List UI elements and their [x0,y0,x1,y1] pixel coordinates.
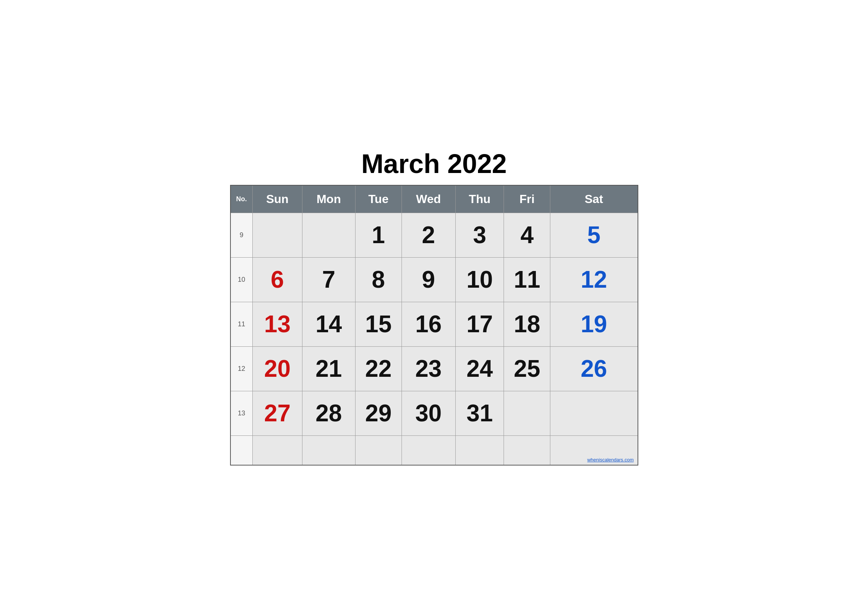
day-cell: 20 [253,346,302,391]
day-cell: 2 [401,213,455,257]
header-thu: Thu [455,185,504,213]
header-fri: Fri [504,185,550,213]
day-cell: 29 [355,391,401,436]
week-number: 12 [231,346,253,391]
week-row: 106789101112 [231,257,638,302]
day-cell: 18 [504,302,550,346]
day-cell: 8 [355,257,401,302]
day-cell: 7 [302,257,355,302]
day-cell: 26 [550,346,638,391]
header-row: No. Sun Mon Tue Wed Thu Fri Sat [231,185,638,213]
day-cell: 12 [550,257,638,302]
day-cell: 27 [253,391,302,436]
header-mon: Mon [302,185,355,213]
header-wed: Wed [401,185,455,213]
week-number: 13 [231,391,253,436]
day-cell: 15 [355,302,401,346]
day-cell: 31 [455,391,504,436]
footer-cell: wheniscalendars.com [550,436,638,465]
day-cell: 21 [302,346,355,391]
extra-no-cell [231,436,253,465]
day-cell: 28 [302,391,355,436]
day-cell [550,391,638,436]
day-cell: 4 [504,213,550,257]
day-cell: 14 [302,302,355,346]
week-row: 1220212223242526 [231,346,638,391]
day-cell: 16 [401,302,455,346]
week-number: 11 [231,302,253,346]
week-row: 912345 [231,213,638,257]
day-cell: 10 [455,257,504,302]
day-cell: 17 [455,302,504,346]
header-sun: Sun [253,185,302,213]
day-cell: 19 [550,302,638,346]
day-cell: 22 [355,346,401,391]
calendar-title: March 2022 [230,149,638,179]
extra-cell [253,436,302,465]
day-cell: 24 [455,346,504,391]
extra-cell [401,436,455,465]
day-cell: 23 [401,346,455,391]
extra-cell [455,436,504,465]
header-sat: Sat [550,185,638,213]
day-cell: 11 [504,257,550,302]
calendar-table: No. Sun Mon Tue Wed Thu Fri Sat 91234510… [230,185,638,466]
day-cell: 6 [253,257,302,302]
calendar-container: March 2022 No. Sun Mon Tue Wed Thu Fri S… [230,149,638,466]
extra-cell [302,436,355,465]
day-cell: 25 [504,346,550,391]
week-row: 1113141516171819 [231,302,638,346]
header-no: No. [231,185,253,213]
week-number: 10 [231,257,253,302]
header-tue: Tue [355,185,401,213]
day-cell: 30 [401,391,455,436]
day-cell: 3 [455,213,504,257]
day-cell: 9 [401,257,455,302]
extra-row: wheniscalendars.com [231,436,638,465]
day-cell [253,213,302,257]
footer-link[interactable]: wheniscalendars.com [587,457,634,462]
extra-cell [504,436,550,465]
extra-cell [355,436,401,465]
day-cell [302,213,355,257]
day-cell [504,391,550,436]
week-number: 9 [231,213,253,257]
day-cell: 5 [550,213,638,257]
day-cell: 1 [355,213,401,257]
week-row: 132728293031 [231,391,638,436]
day-cell: 13 [253,302,302,346]
